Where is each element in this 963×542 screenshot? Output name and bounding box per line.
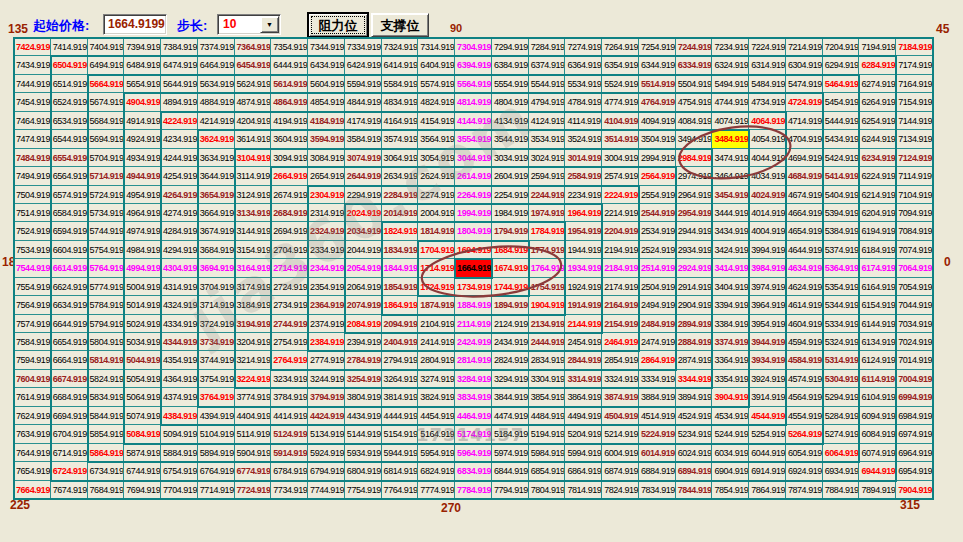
- grid-cell[interactable]: 4824.9199: [418, 93, 455, 111]
- grid-cell[interactable]: 6454.9199: [235, 56, 272, 74]
- grid-cell[interactable]: 4724.9199: [786, 93, 823, 111]
- grid-cell[interactable]: 2734.9199: [271, 296, 308, 314]
- grid-cell[interactable]: 2244.9199: [529, 186, 566, 204]
- grid-cell[interactable]: 4294.9199: [161, 241, 198, 259]
- grid-cell[interactable]: 6974.9199: [896, 425, 933, 443]
- grid-cell[interactable]: 5994.9199: [565, 444, 602, 462]
- grid-cell[interactable]: 2914.9199: [676, 278, 713, 296]
- grid-cell[interactable]: 1884.9199: [455, 296, 492, 314]
- grid-cell[interactable]: 5514.9199: [639, 75, 676, 93]
- grid-cell[interactable]: 7524.9199: [14, 222, 51, 240]
- grid-cell[interactable]: 4954.9199: [124, 186, 161, 204]
- grid-cell[interactable]: 7694.9199: [124, 481, 161, 499]
- grid-cell[interactable]: 5774.9199: [88, 278, 125, 296]
- grid-cell[interactable]: 5624.9199: [235, 75, 272, 93]
- grid-cell[interactable]: 7454.9199: [14, 93, 51, 111]
- grid-cell[interactable]: 2324.9199: [308, 222, 345, 240]
- grid-cell[interactable]: 2104.9199: [418, 315, 455, 333]
- grid-cell[interactable]: 4764.9199: [639, 93, 676, 111]
- grid-cell[interactable]: 5024.9199: [124, 315, 161, 333]
- grid-cell[interactable]: 4044.9199: [749, 149, 786, 167]
- grid-cell[interactable]: 5894.9199: [198, 444, 235, 462]
- grid-cell[interactable]: 4754.9199: [676, 93, 713, 111]
- grid-cell[interactable]: 1894.9199: [492, 296, 529, 314]
- grid-cell[interactable]: 4514.9199: [639, 407, 676, 425]
- grid-cell[interactable]: 2654.9199: [308, 167, 345, 185]
- grid-cell[interactable]: 7304.9199: [455, 38, 492, 56]
- grid-cell[interactable]: 3414.9199: [712, 259, 749, 277]
- grid-cell[interactable]: 5334.9199: [823, 315, 860, 333]
- grid-cell[interactable]: 7494.9199: [14, 167, 51, 185]
- grid-cell[interactable]: 6164.9199: [859, 278, 896, 296]
- grid-cell[interactable]: 7034.9199: [896, 315, 933, 333]
- grid-cell[interactable]: 3614.9199: [235, 130, 272, 148]
- grid-cell[interactable]: 4634.9199: [786, 259, 823, 277]
- grid-cell[interactable]: 7584.9199: [14, 333, 51, 351]
- grid-cell[interactable]: 5184.9199: [492, 425, 529, 443]
- grid-cell[interactable]: 4714.9199: [786, 112, 823, 130]
- grid-cell[interactable]: 3074.9199: [345, 149, 382, 167]
- grid-cell[interactable]: 2214.9199: [602, 204, 639, 222]
- grid-cell[interactable]: 1784.9199: [529, 222, 566, 240]
- grid-cell[interactable]: 2994.9199: [639, 149, 676, 167]
- grid-cell[interactable]: 7354.9199: [271, 38, 308, 56]
- grid-cell[interactable]: 5174.9199: [455, 425, 492, 443]
- grid-cell[interactable]: 3954.9199: [749, 315, 786, 333]
- grid-cell[interactable]: 4794.9199: [529, 93, 566, 111]
- grid-cell-selected[interactable]: 3484.9199: [712, 130, 749, 148]
- grid-cell[interactable]: 6604.9199: [51, 241, 88, 259]
- grid-cell[interactable]: 6994.9199: [896, 388, 933, 406]
- grid-cell[interactable]: 4164.9199: [382, 112, 419, 130]
- grid-cell[interactable]: 4134.9199: [492, 112, 529, 130]
- grid-cell[interactable]: 3994.9199: [749, 241, 786, 259]
- grid-cell[interactable]: 2554.9199: [639, 186, 676, 204]
- grid-cell[interactable]: 4604.9199: [786, 315, 823, 333]
- grid-cell[interactable]: 1954.9199: [565, 222, 602, 240]
- grid-cell[interactable]: 5884.9199: [161, 444, 198, 462]
- grid-cell[interactable]: 6484.9199: [124, 56, 161, 74]
- grid-cell[interactable]: 3854.9199: [529, 388, 566, 406]
- grid-cell[interactable]: 7294.9199: [492, 38, 529, 56]
- grid-cell[interactable]: 3304.9199: [529, 370, 566, 388]
- grid-cell[interactable]: 4244.9199: [161, 149, 198, 167]
- grid-cell[interactable]: 1934.9199: [565, 259, 602, 277]
- grid-cell[interactable]: 3584.9199: [345, 130, 382, 148]
- grid-cell[interactable]: 2434.9199: [492, 333, 529, 351]
- grid-cell[interactable]: 6824.9199: [418, 462, 455, 480]
- grid-cell[interactable]: 1824.9199: [382, 222, 419, 240]
- grid-cell[interactable]: 2004.9199: [418, 204, 455, 222]
- grid-cell[interactable]: 6094.9199: [859, 407, 896, 425]
- grid-cell[interactable]: 2754.9199: [271, 333, 308, 351]
- grid-cell[interactable]: 6194.9199: [859, 222, 896, 240]
- grid-cell[interactable]: 3264.9199: [382, 370, 419, 388]
- grid-cell[interactable]: 1704.9199: [418, 241, 455, 259]
- grid-cell[interactable]: 5244.9199: [712, 425, 749, 443]
- grid-cell[interactable]: 7754.9199: [345, 481, 382, 499]
- grid-cell[interactable]: 5764.9199: [88, 259, 125, 277]
- grid-cell[interactable]: 5574.9199: [418, 75, 455, 93]
- grid-cell[interactable]: 4054.9199: [749, 130, 786, 148]
- grid-cell[interactable]: 4554.9199: [786, 407, 823, 425]
- grid-cell[interactable]: 6924.9199: [786, 462, 823, 480]
- grid-cell[interactable]: 1854.9199: [382, 278, 419, 296]
- grid-cell[interactable]: 1774.9199: [529, 241, 566, 259]
- grid-cell[interactable]: 4924.9199: [124, 130, 161, 148]
- grid-cell[interactable]: 2384.9199: [308, 333, 345, 351]
- grid-cell[interactable]: 4544.9199: [749, 407, 786, 425]
- grid-cell[interactable]: 6184.9199: [859, 241, 896, 259]
- grid-cell[interactable]: 1864.9199: [382, 296, 419, 314]
- grid-cell[interactable]: 4214.9199: [198, 112, 235, 130]
- grid-cell[interactable]: 3144.9199: [235, 222, 272, 240]
- grid-cell[interactable]: 3504.9199: [639, 130, 676, 148]
- grid-cell[interactable]: 4914.9199: [124, 112, 161, 130]
- grid-cell[interactable]: 3204.9199: [235, 333, 272, 351]
- grid-cell[interactable]: 7724.9199: [235, 481, 272, 499]
- grid-cell[interactable]: 7044.9199: [896, 296, 933, 314]
- grid-cell[interactable]: 2954.9199: [676, 204, 713, 222]
- grid-cell[interactable]: 3834.9199: [455, 388, 492, 406]
- grid-cell[interactable]: 7774.9199: [418, 481, 455, 499]
- grid-cell[interactable]: 7234.9199: [712, 38, 749, 56]
- grid-cell[interactable]: 1724.9199: [418, 278, 455, 296]
- grid-cell[interactable]: 4114.9199: [565, 112, 602, 130]
- grid-cell[interactable]: 4184.9199: [308, 112, 345, 130]
